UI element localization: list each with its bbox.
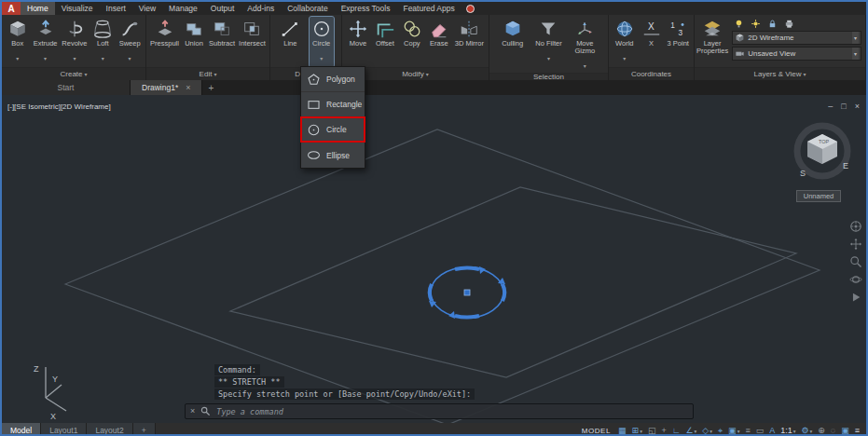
viewcube-south-label[interactable]: S [800, 169, 806, 178]
menu-tab-featured-apps[interactable]: Featured Apps [396, 2, 461, 15]
minimize-icon[interactable]: – [828, 102, 833, 111]
named-view-dropdown[interactable]: Unsaved View [732, 47, 861, 61]
restore-icon[interactable]: □ [841, 102, 846, 111]
flyout-item-polygon[interactable]: Polygon [301, 67, 365, 92]
tool-move[interactable]: Move [346, 17, 370, 67]
menu-tab-express-tools[interactable]: Express Tools [335, 2, 397, 15]
show-motion-icon[interactable] [849, 291, 862, 304]
polar-tracking-icon[interactable]: ∠ [686, 426, 697, 436]
object-snap-icon[interactable]: ▣ [728, 426, 739, 436]
viewcube-east-label[interactable]: E [843, 161, 848, 170]
tool-layer-properties[interactable]: Layer Properties [696, 17, 729, 67]
grid-display-icon[interactable]: ▦ [618, 426, 627, 435]
wireframe-inner-rectangle[interactable] [230, 187, 796, 377]
layout-tab-layout2[interactable]: Layout2 [87, 423, 132, 436]
viewport-controls-label[interactable]: [-][SE Isometric][2D Wireframe] [7, 102, 111, 111]
menu-tab-view[interactable]: View [132, 2, 162, 15]
layer-on-icon[interactable] [734, 19, 744, 29]
chevron-down-icon[interactable] [852, 32, 859, 44]
close-tab-icon[interactable] [186, 83, 190, 92]
infer-constraints-icon[interactable]: ◱ [648, 426, 656, 435]
layer-plot-icon[interactable] [784, 19, 794, 29]
file-tab-bar: StartDrawing1*+ [2, 80, 866, 95]
tool-extrude[interactable]: Extrude [33, 17, 59, 67]
tool-world[interactable]: World [613, 17, 637, 67]
drawing-canvas[interactable]: [-][SE Isometric][2D Wireframe] – □ × [2, 95, 866, 423]
chevron-down-icon[interactable] [852, 48, 859, 60]
panel-caption-coordinates[interactable]: Coordinates [609, 67, 694, 80]
viewcube[interactable]: TOP S E [783, 112, 861, 190]
tool-offset[interactable]: Offset [373, 17, 397, 67]
navigation-wheel-icon[interactable] [849, 220, 862, 233]
menu-tab-output[interactable]: Output [204, 2, 241, 15]
customization-icon[interactable]: ≡ [855, 426, 860, 435]
autocad-logo-icon[interactable]: A [2, 2, 21, 15]
tool-erase[interactable]: Erase [427, 17, 451, 67]
graphics-performance-icon[interactable]: ▣ [841, 426, 849, 435]
layout-tab-layout1[interactable]: Layout1 [41, 423, 87, 436]
new-tab-button[interactable]: + [202, 80, 219, 95]
app-store-icon[interactable] [466, 5, 475, 13]
tool-3d-mirror[interactable]: 3D Mirror [454, 17, 485, 67]
orbit-icon[interactable] [849, 273, 862, 286]
layer-thaw-icon[interactable] [751, 19, 761, 29]
panel-caption-layers-view[interactable]: Layers & View [695, 67, 865, 80]
named-view-button[interactable]: Unnamed [796, 190, 841, 202]
snap-mode-icon[interactable]: ⊞ [632, 426, 642, 436]
tool-line[interactable]: Line [278, 17, 302, 67]
search-wrench-icon[interactable] [200, 406, 211, 416]
flyout-item-rectangle[interactable]: Rectangle [301, 92, 365, 117]
tool-no-filter[interactable]: No Filter [534, 17, 562, 73]
flyout-item-ellipse[interactable]: Ellipse [301, 143, 365, 168]
workspace-switching-icon[interactable]: ⚙ [801, 426, 812, 436]
object-snap-tracking-icon[interactable]: ⌖ [718, 426, 723, 435]
pan-icon[interactable] [849, 238, 862, 251]
tool-x[interactable]: XX [640, 17, 664, 67]
tool-culling[interactable]: Culling [501, 17, 525, 73]
file-tab-drawing1[interactable]: Drawing1* [131, 80, 202, 95]
layer-lock-icon[interactable] [767, 19, 778, 29]
ortho-mode-icon[interactable]: ∟ [672, 426, 681, 435]
tool-subtract[interactable]: Subtract [208, 17, 236, 67]
tool-revolve[interactable]: Revolve [61, 17, 88, 67]
visual-style-dropdown[interactable]: 2D Wireframe [732, 31, 861, 45]
annotation-scale[interactable]: 1:1 [780, 426, 795, 436]
isolate-objects-icon[interactable]: ◌ [831, 426, 835, 435]
tool-union[interactable]: Union [182, 17, 206, 67]
grip-center[interactable] [464, 290, 470, 295]
tool-loft[interactable]: Loft [90, 17, 115, 67]
file-tab-start[interactable]: Start [2, 80, 131, 95]
menu-tab-collaborate[interactable]: Collaborate [281, 2, 334, 15]
close-icon[interactable]: × [855, 102, 860, 111]
selection-cycling-icon[interactable]: ▭ [756, 426, 765, 435]
menu-tab-manage[interactable]: Manage [162, 2, 204, 15]
menu-tab-insert[interactable]: Insert [100, 2, 132, 15]
tool-circle[interactable]: Circle [310, 17, 334, 67]
layout-tab-model[interactable]: Model [2, 423, 41, 436]
add-layout-button[interactable]: + [133, 423, 156, 436]
lineweight-icon[interactable]: ≡ [745, 426, 750, 435]
command-input-bar[interactable]: × Type a command [185, 403, 694, 419]
model-space-label[interactable]: MODEL [582, 427, 611, 435]
isometric-drafting-icon[interactable]: ◇ [702, 426, 712, 436]
tool-move-gizmo[interactable]: Move Gizmo [572, 17, 597, 73]
annotation-visibility-icon[interactable]: A [769, 426, 775, 435]
panel-caption-selection[interactable]: Selection [489, 73, 608, 80]
tool-box[interactable]: Box [6, 17, 30, 67]
flyout-item-circle[interactable]: Circle [301, 117, 365, 143]
annotation-monitor-icon[interactable]: ⊕ [818, 426, 825, 435]
command-input[interactable]: Type a command [216, 407, 283, 416]
menu-tab-home[interactable]: Home [21, 2, 55, 15]
zoom-icon[interactable] [849, 255, 862, 268]
close-icon[interactable]: × [190, 407, 195, 416]
tool-presspull[interactable]: Presspull [149, 17, 180, 67]
panel-caption-create[interactable]: Create [2, 67, 145, 80]
tool-sweep[interactable]: Sweep [117, 17, 142, 67]
dynamic-input-icon[interactable]: + [661, 426, 666, 435]
tool-intersect[interactable]: Intersect [238, 17, 267, 67]
menu-tab-add-ins[interactable]: Add-ins [241, 2, 281, 15]
tool-3-point[interactable]: 133 Point [666, 17, 690, 67]
tool-copy[interactable]: Copy [400, 17, 424, 67]
menu-tab-visualize[interactable]: Visualize [55, 2, 100, 15]
panel-caption-edit[interactable]: Edit [146, 67, 269, 80]
